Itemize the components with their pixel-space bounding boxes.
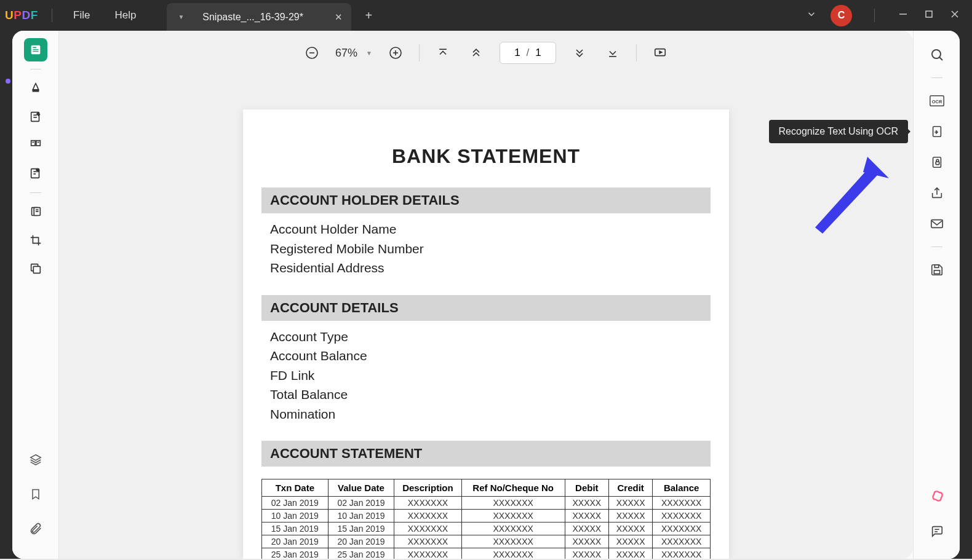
svg-rect-23 xyxy=(33,266,40,273)
save-icon[interactable] xyxy=(926,259,947,280)
divider xyxy=(636,44,637,61)
menu-help[interactable]: Help xyxy=(102,0,148,31)
section-body: Account Holder Name Registered Mobile Nu… xyxy=(261,213,711,288)
zoom-dropdown-icon[interactable]: ▼ xyxy=(366,50,372,57)
section-body: Account Type Account Balance FD Link Tot… xyxy=(261,321,711,434)
divider xyxy=(931,246,942,247)
table-row: 10 Jan 201910 Jan 2019XXXXXXXXXXXXXXXXXX… xyxy=(262,510,711,523)
protect-icon[interactable] xyxy=(926,152,947,173)
first-page-button[interactable] xyxy=(433,43,453,63)
form-tool[interactable] xyxy=(24,162,47,185)
divider xyxy=(52,9,52,22)
svg-text:OCR: OCR xyxy=(931,99,942,105)
table-row: 25 Jan 201925 Jan 2019XXXXXXXXXXXXXXXXXX… xyxy=(262,548,711,559)
page-slash: / xyxy=(527,47,530,59)
window-close-icon[interactable] xyxy=(949,10,961,21)
svg-rect-1 xyxy=(926,11,932,17)
organize-tool[interactable] xyxy=(24,133,47,157)
title-bar: UPDF File Help ▼ Snipaste_..._16-39-29* … xyxy=(0,0,972,31)
divider xyxy=(931,77,942,78)
divider xyxy=(30,192,41,193)
document-viewport: 67% ▼ 1 / 1 xyxy=(59,31,913,559)
svg-rect-5 xyxy=(33,47,36,48)
svg-rect-43 xyxy=(931,220,942,228)
svg-point-34 xyxy=(932,50,941,58)
page-current: 1 xyxy=(514,47,520,59)
app-logo: UPDF xyxy=(0,9,43,22)
svg-rect-11 xyxy=(31,141,34,146)
document-tab[interactable]: ▼ Snipaste_..._16-39-29* ✕ xyxy=(167,3,351,31)
prev-page-button[interactable] xyxy=(466,43,486,63)
zoom-level[interactable]: 67% ▼ xyxy=(335,47,372,60)
crop-tool[interactable] xyxy=(24,229,47,252)
next-page-button[interactable] xyxy=(570,43,589,63)
convert-icon[interactable] xyxy=(926,121,947,142)
svg-rect-6 xyxy=(33,49,38,50)
ocr-tooltip: Recognize Text Using OCR xyxy=(769,120,908,143)
ocr-icon[interactable]: OCR xyxy=(926,90,947,111)
share-icon[interactable] xyxy=(926,183,947,203)
comments-panel-icon[interactable] xyxy=(926,521,947,542)
left-sidebar xyxy=(12,31,59,559)
redact-tool[interactable] xyxy=(24,200,47,224)
right-sidebar: OCR xyxy=(913,31,960,559)
window-maximize-icon[interactable] xyxy=(923,10,935,21)
table-row: 15 Jan 201915 Jan 2019XXXXXXXXXXXXXXXXXX… xyxy=(262,523,711,535)
menu-file[interactable]: File xyxy=(61,0,102,31)
zoom-out-button[interactable] xyxy=(302,43,322,63)
doc-title: BANK STATEMENT xyxy=(261,145,711,168)
section-header: ACCOUNT DETAILS xyxy=(261,295,711,321)
zoom-in-button[interactable] xyxy=(386,43,405,63)
tab-title: Snipaste_..._16-39-29* xyxy=(202,12,320,23)
compare-tool[interactable] xyxy=(24,257,47,280)
section-header: ACCOUNT HOLDER DETAILS xyxy=(261,187,711,213)
section-header: ACCOUNT STATEMENT xyxy=(261,441,711,467)
tab-dropdown-icon[interactable]: ▼ xyxy=(178,14,184,20)
table-row: 02 Jan 201902 Jan 2019XXXXXXXXXXXXXXXXXX… xyxy=(262,497,711,510)
svg-line-35 xyxy=(939,57,942,60)
svg-rect-7 xyxy=(33,51,38,52)
divider xyxy=(30,69,41,69)
divider xyxy=(874,9,875,22)
statement-table: Txn Date Value Date Description Ref No/C… xyxy=(261,479,711,559)
new-tab-button[interactable]: + xyxy=(365,9,372,23)
page-indicator[interactable]: 1 / 1 xyxy=(500,42,556,64)
bookmark-icon[interactable] xyxy=(24,483,47,506)
page-total: 1 xyxy=(535,47,541,59)
svg-marker-33 xyxy=(659,51,662,53)
tab-close-icon[interactable]: ✕ xyxy=(335,12,343,23)
last-page-button[interactable] xyxy=(603,43,623,63)
window-minimize-icon[interactable] xyxy=(897,10,909,21)
svg-marker-24 xyxy=(30,455,41,460)
svg-rect-41 xyxy=(936,162,939,165)
divider xyxy=(419,44,420,61)
attachment-icon[interactable] xyxy=(24,517,47,540)
email-icon[interactable] xyxy=(926,213,947,234)
svg-rect-44 xyxy=(934,270,939,274)
reader-tool[interactable] xyxy=(24,38,47,61)
comment-tool[interactable] xyxy=(24,77,47,100)
svg-rect-12 xyxy=(36,141,39,146)
sidebar-collapse-dot[interactable] xyxy=(6,79,10,84)
document-page: BANK STATEMENT ACCOUNT HOLDER DETAILS Ac… xyxy=(243,109,729,559)
user-avatar[interactable]: C xyxy=(831,5,852,26)
svg-rect-40 xyxy=(933,157,941,168)
recent-dropdown-icon[interactable] xyxy=(806,9,817,22)
edit-tool[interactable] xyxy=(24,105,47,128)
search-icon[interactable] xyxy=(926,44,947,65)
table-row: 20 Jan 201920 Jan 2019XXXXXXXXXXXXXXXXXX… xyxy=(262,535,711,548)
zoom-value: 67% xyxy=(335,47,357,60)
table-header-row: Txn Date Value Date Description Ref No/C… xyxy=(262,479,711,497)
ai-assistant-icon[interactable] xyxy=(926,486,947,507)
presentation-button[interactable] xyxy=(650,43,670,63)
zoom-toolbar: 67% ▼ 1 / 1 xyxy=(59,31,913,68)
layers-icon[interactable] xyxy=(24,448,47,471)
svg-rect-45 xyxy=(934,265,938,268)
